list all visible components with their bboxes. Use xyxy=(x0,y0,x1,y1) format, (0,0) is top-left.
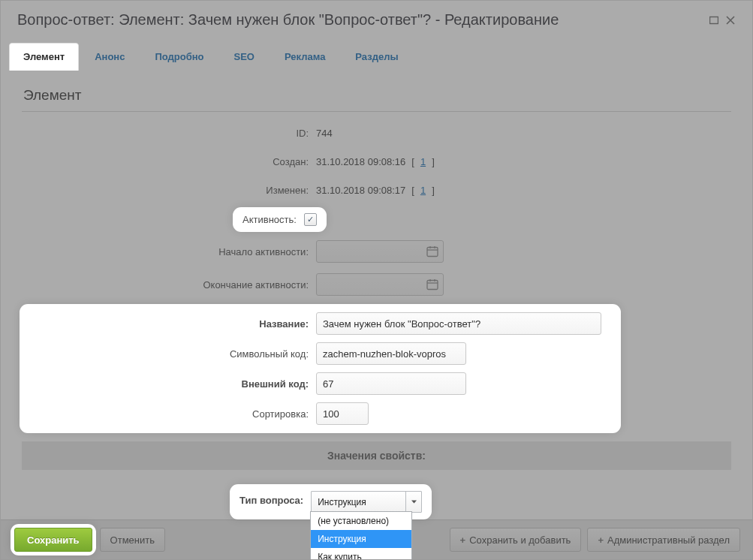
activity-start-label: Начало активности: xyxy=(22,246,316,257)
question-type-option[interactable]: (не установлено) xyxy=(311,512,411,530)
sort-input[interactable] xyxy=(316,402,369,425)
tab-bar: Элемент Анонс Подробно SEO Реклама Разде… xyxy=(1,39,752,71)
tab-seo[interactable]: SEO xyxy=(220,44,267,71)
id-label: ID: xyxy=(22,128,316,139)
modified-bracket-open: [ xyxy=(411,185,414,196)
name-label: Название: xyxy=(22,318,316,330)
question-type-option[interactable]: Как купить xyxy=(311,548,411,560)
id-value: 744 xyxy=(316,128,731,139)
question-type-option[interactable]: Инструкция xyxy=(311,530,411,548)
save-and-add-label: Сохранить и добавить xyxy=(469,534,571,546)
calendar-icon[interactable] xyxy=(426,278,439,291)
properties-band: Значения свойств: xyxy=(22,441,731,470)
active-label: Активность: xyxy=(242,214,304,225)
plus-icon: + xyxy=(598,534,604,546)
created-user-link[interactable]: 1 xyxy=(420,156,426,167)
question-type-dropdown: (не установлено) Инструкция Как купить О… xyxy=(310,511,412,560)
xml-label: Внешний код: xyxy=(22,378,316,390)
modified-user-link[interactable]: 1 xyxy=(420,185,426,196)
tab-anons[interactable]: Анонс xyxy=(81,44,138,71)
activity-start-input[interactable] xyxy=(316,240,444,263)
created-value: 31.10.2018 09:08:16 xyxy=(316,156,405,167)
close-icon[interactable] xyxy=(722,12,739,29)
active-checkbox[interactable]: ✓ xyxy=(304,213,317,226)
sort-label: Сортировка: xyxy=(22,408,316,420)
expand-icon[interactable] xyxy=(706,12,722,29)
section-title: Элемент xyxy=(22,84,731,112)
admin-section-label: Административный раздел xyxy=(607,534,730,546)
tab-ads[interactable]: Реклама xyxy=(271,44,339,71)
name-input[interactable] xyxy=(316,312,601,335)
code-label: Символьный код: xyxy=(22,348,316,360)
question-type-select[interactable]: Инструкция xyxy=(311,491,422,513)
modified-bracket-close: ] xyxy=(432,185,435,196)
created-label: Создан: xyxy=(22,156,316,167)
svg-rect-0 xyxy=(710,17,718,23)
created-bracket-open: [ xyxy=(411,156,414,167)
question-type-label: Тип вопроса: xyxy=(239,491,311,506)
svg-rect-2 xyxy=(427,281,438,290)
question-type-selected: Инструкция xyxy=(318,497,366,507)
code-input[interactable] xyxy=(316,342,466,365)
modified-value: 31.10.2018 09:08:17 xyxy=(316,185,405,196)
save-and-add-button[interactable]: + Сохранить и добавить xyxy=(450,528,582,552)
calendar-icon[interactable] xyxy=(426,245,439,258)
xml-input[interactable] xyxy=(316,372,466,395)
tab-sections[interactable]: Разделы xyxy=(342,44,411,71)
tab-element[interactable]: Элемент xyxy=(10,44,78,71)
created-bracket-close: ] xyxy=(432,156,435,167)
cancel-button[interactable]: Отменить xyxy=(100,528,165,552)
svg-rect-1 xyxy=(427,248,438,257)
admin-section-button[interactable]: + Административный раздел xyxy=(587,528,740,552)
modified-label: Изменен: xyxy=(22,185,316,196)
tab-detail[interactable]: Подробно xyxy=(141,44,217,71)
plus-icon: + xyxy=(460,534,466,546)
page-title: Вопрос-ответ: Элемент: Зачем нужен блок … xyxy=(17,11,706,29)
activity-end-input[interactable] xyxy=(316,273,444,296)
save-button[interactable]: Сохранить xyxy=(14,528,92,552)
activity-end-label: Окончание активности: xyxy=(22,279,316,291)
chevron-down-icon xyxy=(405,492,421,512)
